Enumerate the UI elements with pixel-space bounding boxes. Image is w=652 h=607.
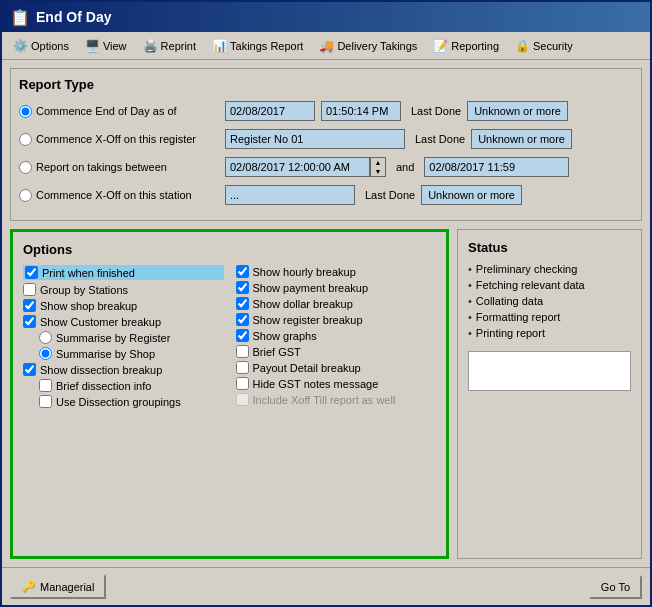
opt-show-graphs[interactable]: Show graphs <box>236 329 437 342</box>
eod-radio[interactable] <box>19 105 32 118</box>
status-textarea[interactable] <box>468 351 631 391</box>
xoff-radio-label[interactable]: Commence X-Off on this register <box>19 133 219 146</box>
opt-print-when-finished[interactable]: Print when finished <box>23 265 224 280</box>
title-icon: 📋 <box>10 8 30 27</box>
takings-radio-label[interactable]: Report on takings between <box>19 161 219 174</box>
report-row-xoff: Commence X-Off on this register Last Don… <box>19 128 633 150</box>
print-when-finished-label: Print when finished <box>42 267 135 279</box>
opt-show-dollar[interactable]: Show dollar breakup <box>236 297 437 310</box>
show-hourly-checkbox[interactable] <box>236 265 249 278</box>
eod-date-input[interactable] <box>225 101 315 121</box>
station-label: Commence X-Off on this station <box>36 189 192 201</box>
managerial-label: Managerial <box>40 581 94 593</box>
eod-last-done-value: Unknown or more <box>467 101 568 121</box>
opt-show-customer-breakup[interactable]: Show Customer breakup <box>23 315 224 328</box>
summarise-shop-label: Summarise by Shop <box>56 348 155 360</box>
opt-group-stations[interactable]: Group by Stations <box>23 283 224 296</box>
report-row-station: Commence X-Off on this station Last Done… <box>19 184 633 206</box>
managerial-button[interactable]: 🔑 Managerial <box>10 574 106 599</box>
takings-label: Report on takings between <box>36 161 167 173</box>
menu-view[interactable]: 🖥️ View <box>78 36 134 56</box>
options-title: Options <box>23 242 436 257</box>
station-input[interactable] <box>225 185 355 205</box>
xoff-label: Commence X-Off on this register <box>36 133 196 145</box>
show-customer-checkbox[interactable] <box>23 315 36 328</box>
spinner-up[interactable]: ▲ <box>371 158 385 167</box>
menu-reporting-label: Reporting <box>451 40 499 52</box>
managerial-icon: 🔑 <box>22 580 36 593</box>
opt-use-dissection-groupings[interactable]: Use Dissection groupings <box>39 395 224 408</box>
brief-dissection-checkbox[interactable] <box>39 379 52 392</box>
menu-options-label: Options <box>31 40 69 52</box>
menu-reprint[interactable]: 🖨️ Reprint <box>136 36 203 56</box>
options-section: Options Print when finished Group by Sta… <box>10 229 449 559</box>
menu-delivery-takings[interactable]: 🚚 Delivery Takings <box>312 36 424 56</box>
reporting-icon: 📝 <box>433 39 448 53</box>
show-graphs-label: Show graphs <box>253 330 317 342</box>
status-item-3: Formatting report <box>468 311 631 323</box>
station-radio[interactable] <box>19 189 32 202</box>
group-stations-checkbox[interactable] <box>23 283 36 296</box>
include-xoff-checkbox <box>236 393 249 406</box>
show-dollar-checkbox[interactable] <box>236 297 249 310</box>
eod-time-input[interactable] <box>321 101 401 121</box>
print-when-finished-checkbox[interactable] <box>25 266 38 279</box>
report-type-title: Report Type <box>19 77 633 92</box>
show-payment-checkbox[interactable] <box>236 281 249 294</box>
show-dissection-label: Show dissection breakup <box>40 364 162 376</box>
show-shop-checkbox[interactable] <box>23 299 36 312</box>
options-icon: ⚙️ <box>13 39 28 53</box>
opt-brief-gst[interactable]: Brief GST <box>236 345 437 358</box>
takings-to-input[interactable] <box>424 157 569 177</box>
menu-security[interactable]: 🔒 Security <box>508 36 580 56</box>
show-register-checkbox[interactable] <box>236 313 249 326</box>
menu-reporting[interactable]: 📝 Reporting <box>426 36 506 56</box>
eod-radio-label[interactable]: Commence End of Day as of <box>19 105 219 118</box>
opt-brief-dissection[interactable]: Brief dissection info <box>39 379 224 392</box>
menu-options[interactable]: ⚙️ Options <box>6 36 76 56</box>
opt-show-register[interactable]: Show register breakup <box>236 313 437 326</box>
brief-gst-checkbox[interactable] <box>236 345 249 358</box>
xoff-last-done-label: Last Done <box>415 133 465 145</box>
takings-from-input[interactable] <box>225 157 370 177</box>
view-icon: 🖥️ <box>85 39 100 53</box>
spinner-down[interactable]: ▼ <box>371 167 385 176</box>
status-item-4: Printing report <box>468 327 631 339</box>
station-last-done-label: Last Done <box>365 189 415 201</box>
brief-dissection-label: Brief dissection info <box>56 380 151 392</box>
menu-takings-report[interactable]: 📊 Takings Report <box>205 36 310 56</box>
bottom-section: Options Print when finished Group by Sta… <box>10 229 642 559</box>
opt-payout-detail[interactable]: Payout Detail breakup <box>236 361 437 374</box>
show-dissection-checkbox[interactable] <box>23 363 36 376</box>
menu-bar: ⚙️ Options 🖥️ View 🖨️ Reprint 📊 Takings … <box>2 32 650 60</box>
takings-radio[interactable] <box>19 161 32 174</box>
register-input[interactable] <box>225 129 405 149</box>
eod-label: Commence End of Day as of <box>36 105 177 117</box>
takings-from-spinner[interactable]: ▲ ▼ <box>370 157 386 177</box>
hide-gst-checkbox[interactable] <box>236 377 249 390</box>
show-payment-label: Show payment breakup <box>253 282 369 294</box>
show-graphs-checkbox[interactable] <box>236 329 249 342</box>
xoff-radio[interactable] <box>19 133 32 146</box>
opt-show-hourly[interactable]: Show hourly breakup <box>236 265 437 278</box>
opt-summarise-register[interactable]: Summarise by Register <box>39 331 224 344</box>
status-list: Preliminary checking Fetching relevant d… <box>468 263 631 339</box>
menu-takings-label: Takings Report <box>230 40 303 52</box>
payout-detail-checkbox[interactable] <box>236 361 249 374</box>
opt-summarise-shop[interactable]: Summarise by Shop <box>39 347 224 360</box>
takings-from-wrapper: ▲ ▼ <box>225 157 386 177</box>
summarise-register-radio[interactable] <box>39 331 52 344</box>
opt-show-dissection[interactable]: Show dissection breakup <box>23 363 224 376</box>
summarise-shop-radio[interactable] <box>39 347 52 360</box>
opt-hide-gst-notes[interactable]: Hide GST notes message <box>236 377 437 390</box>
opt-show-payment[interactable]: Show payment breakup <box>236 281 437 294</box>
summarise-register-label: Summarise by Register <box>56 332 170 344</box>
status-item-1-text: Fetching relevant data <box>476 279 585 291</box>
footer: 🔑 Managerial Go To <box>2 567 650 605</box>
opt-show-shop-breakup[interactable]: Show shop breakup <box>23 299 224 312</box>
go-to-button[interactable]: Go To <box>589 575 642 599</box>
station-radio-label[interactable]: Commence X-Off on this station <box>19 189 219 202</box>
hide-gst-label: Hide GST notes message <box>253 378 379 390</box>
show-shop-label: Show shop breakup <box>40 300 137 312</box>
use-dissection-checkbox[interactable] <box>39 395 52 408</box>
